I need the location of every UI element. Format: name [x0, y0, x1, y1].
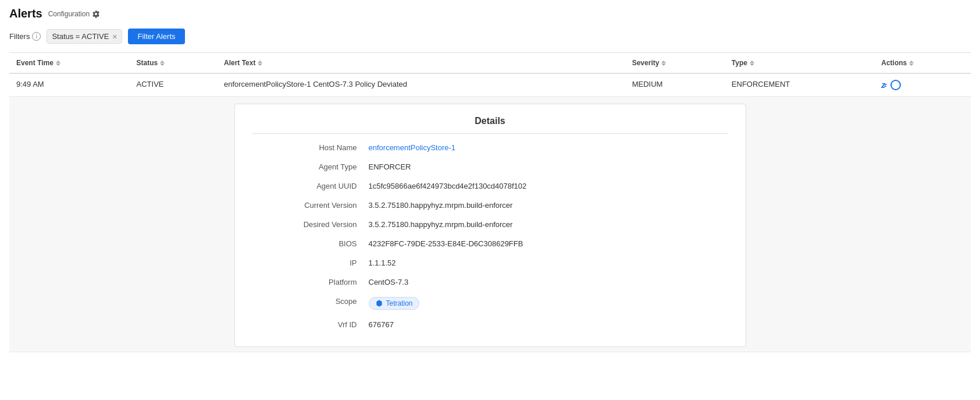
detail-value-vrf-id: 676767 — [369, 320, 728, 329]
sort-icon-event-time — [56, 61, 60, 66]
detail-label-bios: BIOS — [252, 239, 369, 248]
tetration-icon — [375, 299, 383, 307]
details-title: Details — [252, 116, 728, 134]
cell-severity: MEDIUM — [625, 73, 725, 97]
detail-label-vrf-id: Vrf ID — [252, 320, 369, 329]
col-actions: Actions — [874, 53, 971, 74]
sort-icon-alert-text — [258, 61, 262, 66]
cell-type: ENFORCEMENT — [725, 73, 874, 97]
detail-label-agent-type: Agent Type — [252, 162, 369, 171]
detail-value-host-name[interactable]: enforcementPolicyStore-1 — [369, 143, 728, 152]
detail-value-scope: Tetration — [369, 297, 728, 310]
col-alert-text: Alert Text — [217, 53, 625, 74]
details-panel: Details Host NameenforcementPolicyStore-… — [234, 104, 746, 347]
resolve-button[interactable] — [890, 80, 901, 90]
filters-info-icon[interactable]: i — [32, 32, 41, 41]
sort-icon-status — [160, 61, 165, 66]
detail-label-desired-version: Desired Version — [252, 220, 369, 229]
detail-value-platform: CentOS-7.3 — [369, 278, 728, 286]
alerts-table: Event Time Status — [9, 52, 971, 352]
col-severity: Severity — [625, 53, 725, 74]
filter-pill-text: Status = ACTIVE — [52, 32, 109, 41]
cell-actions: zz — [874, 73, 971, 97]
detail-label-scope: Scope — [252, 297, 369, 310]
sort-icon-severity — [661, 61, 666, 66]
sort-icon-actions — [909, 61, 914, 66]
page-header: Alerts Configuration — [9, 7, 971, 20]
detail-label-current-version: Current Version — [252, 201, 369, 210]
cell-alert-text: enforcementPolicyStore-1 CentOS-7.3 Poli… — [217, 73, 625, 97]
col-status: Status — [130, 53, 217, 74]
cell-status: ACTIVE — [130, 73, 217, 97]
active-filter-pill: Status = ACTIVE × — [47, 29, 122, 44]
configuration-link[interactable]: Configuration — [48, 10, 100, 18]
sort-icon-type — [750, 61, 754, 66]
scope-badge: Tetration — [369, 297, 419, 310]
filter-alerts-button[interactable]: Filter Alerts — [128, 29, 184, 44]
filters-label: Filters i — [9, 32, 41, 41]
details-row: Details Host NameenforcementPolicyStore-… — [9, 97, 971, 352]
snooze-button[interactable]: zz — [881, 80, 886, 90]
detail-label-agent-uuid: Agent UUID — [252, 182, 369, 190]
detail-value-bios: 4232F8FC-79DE-2533-E84E-D6C308629FFB — [369, 239, 728, 248]
gear-icon — [92, 10, 100, 18]
col-type: Type — [725, 53, 874, 74]
clear-filter-icon[interactable]: × — [112, 33, 117, 41]
action-icons: zz — [881, 80, 964, 90]
detail-value-desired-version: 3.5.2.75180.happyhyz.mrpm.build-enforcer — [369, 220, 728, 229]
table-row: 9:49 AM ACTIVE enforcementPolicyStore-1 … — [9, 73, 971, 97]
detail-value-ip: 1.1.1.52 — [369, 259, 728, 267]
table-header-row: Event Time Status — [9, 53, 971, 74]
detail-label-host-name: Host Name — [252, 143, 369, 152]
detail-label-platform: Platform — [252, 278, 369, 286]
details-cell: Details Host NameenforcementPolicyStore-… — [9, 97, 971, 352]
detail-value-current-version: 3.5.2.75180.happyhyz.mrpm.build-enforcer — [369, 201, 728, 210]
page-title: Alerts — [9, 7, 42, 20]
cell-event-time: 9:49 AM — [9, 73, 130, 97]
col-event-time: Event Time — [9, 53, 130, 74]
filter-bar: Filters i Status = ACTIVE × Filter Alert… — [9, 29, 971, 44]
detail-value-agent-uuid: 1c5fc95866ae6f424973bcd4e2f130cd4078f102 — [369, 182, 728, 190]
detail-value-agent-type: ENFORCER — [369, 162, 728, 171]
configuration-link-label: Configuration — [48, 10, 90, 18]
detail-label-ip: IP — [252, 259, 369, 267]
details-grid: Host NameenforcementPolicyStore-1Agent T… — [252, 143, 728, 329]
